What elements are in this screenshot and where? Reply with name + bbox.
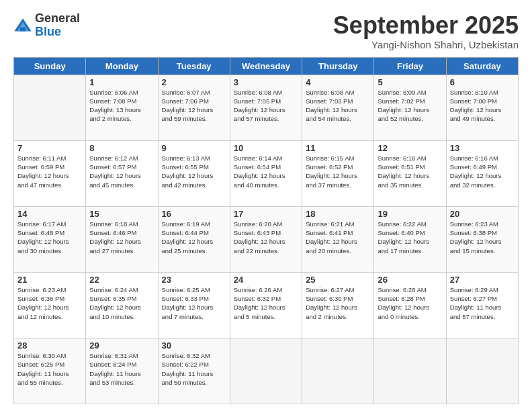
day-number: 27	[450, 275, 515, 285]
day-number: 18	[306, 209, 370, 219]
day-number: 8	[89, 143, 154, 153]
calendar-cell: 2Sunrise: 6:07 AM Sunset: 7:06 PM Daylig…	[158, 75, 230, 140]
calendar-cell: 9Sunrise: 6:13 AM Sunset: 6:55 PM Daylig…	[158, 140, 230, 206]
day-number: 1	[89, 77, 154, 87]
calendar-day-header: Tuesday	[158, 57, 230, 75]
day-number: 16	[162, 209, 226, 219]
day-info: Sunrise: 6:32 AM Sunset: 6:22 PM Dayligh…	[162, 351, 226, 387]
day-info: Sunrise: 6:30 AM Sunset: 6:25 PM Dayligh…	[17, 351, 82, 387]
day-info: Sunrise: 6:27 AM Sunset: 6:30 PM Dayligh…	[306, 285, 370, 321]
calendar-cell: 5Sunrise: 6:09 AM Sunset: 7:02 PM Daylig…	[374, 75, 446, 140]
day-number: 11	[306, 143, 370, 153]
calendar-week-row: 1Sunrise: 6:06 AM Sunset: 7:08 PM Daylig…	[14, 75, 519, 140]
calendar-cell: 1Sunrise: 6:06 AM Sunset: 7:08 PM Daylig…	[86, 75, 158, 140]
page: General Blue September 2025 Yangi-Nishon…	[0, 0, 532, 411]
day-number: 22	[89, 275, 154, 285]
day-number: 30	[162, 340, 226, 351]
svg-rect-2	[20, 28, 26, 32]
calendar-cell: 14Sunrise: 6:17 AM Sunset: 6:48 PM Dayli…	[14, 206, 86, 272]
day-number: 21	[17, 275, 82, 285]
calendar-day-header: Friday	[374, 57, 446, 75]
calendar-cell: 23Sunrise: 6:25 AM Sunset: 6:33 PM Dayli…	[158, 272, 230, 338]
calendar-table: SundayMondayTuesdayWednesdayThursdayFrid…	[13, 57, 519, 404]
calendar-cell: 22Sunrise: 6:24 AM Sunset: 6:35 PM Dayli…	[86, 272, 158, 338]
day-number: 24	[234, 275, 298, 285]
month-title: September 2025	[333, 12, 519, 39]
calendar-header-row: SundayMondayTuesdayWednesdayThursdayFrid…	[14, 57, 519, 75]
calendar-cell: 30Sunrise: 6:32 AM Sunset: 6:22 PM Dayli…	[158, 338, 230, 404]
calendar-week-row: 7Sunrise: 6:11 AM Sunset: 6:59 PM Daylig…	[14, 140, 519, 206]
calendar-cell: 26Sunrise: 6:28 AM Sunset: 6:28 PM Dayli…	[374, 272, 446, 338]
day-info: Sunrise: 6:28 AM Sunset: 6:28 PM Dayligh…	[378, 285, 442, 321]
calendar-cell: 10Sunrise: 6:14 AM Sunset: 6:54 PM Dayli…	[230, 140, 302, 206]
calendar-cell	[14, 75, 86, 140]
calendar-cell: 27Sunrise: 6:29 AM Sunset: 6:27 PM Dayli…	[446, 272, 518, 338]
day-info: Sunrise: 6:11 AM Sunset: 6:59 PM Dayligh…	[17, 154, 82, 189]
day-info: Sunrise: 6:23 AM Sunset: 6:38 PM Dayligh…	[450, 220, 515, 255]
day-number: 20	[450, 209, 515, 219]
day-info: Sunrise: 6:26 AM Sunset: 6:32 PM Dayligh…	[234, 285, 298, 321]
day-info: Sunrise: 6:15 AM Sunset: 6:52 PM Dayligh…	[306, 154, 370, 189]
calendar-day-header: Sunday	[14, 57, 86, 75]
calendar-cell: 6Sunrise: 6:10 AM Sunset: 7:00 PM Daylig…	[446, 75, 518, 140]
calendar-cell	[374, 338, 446, 404]
day-number: 17	[234, 209, 298, 219]
day-number: 25	[306, 275, 370, 285]
calendar-cell: 15Sunrise: 6:18 AM Sunset: 6:46 PM Dayli…	[86, 206, 158, 272]
day-number: 28	[17, 340, 82, 351]
day-number: 26	[378, 275, 442, 285]
calendar-cell: 19Sunrise: 6:22 AM Sunset: 6:40 PM Dayli…	[374, 206, 446, 272]
calendar-cell: 11Sunrise: 6:15 AM Sunset: 6:52 PM Dayli…	[302, 140, 374, 206]
calendar-cell: 7Sunrise: 6:11 AM Sunset: 6:59 PM Daylig…	[14, 140, 86, 206]
location: Yangi-Nishon Shahri, Uzbekistan	[333, 39, 519, 50]
calendar-cell: 29Sunrise: 6:31 AM Sunset: 6:24 PM Dayli…	[86, 338, 158, 404]
day-number: 2	[162, 77, 226, 87]
calendar-cell: 28Sunrise: 6:30 AM Sunset: 6:25 PM Dayli…	[14, 338, 86, 404]
header: General Blue September 2025 Yangi-Nishon…	[13, 12, 519, 50]
calendar-day-header: Saturday	[446, 57, 518, 75]
calendar-cell: 24Sunrise: 6:26 AM Sunset: 6:32 PM Dayli…	[230, 272, 302, 338]
day-info: Sunrise: 6:14 AM Sunset: 6:54 PM Dayligh…	[234, 154, 298, 189]
day-info: Sunrise: 6:13 AM Sunset: 6:55 PM Dayligh…	[162, 154, 226, 189]
logo-blue-text: Blue	[35, 26, 80, 39]
day-info: Sunrise: 6:31 AM Sunset: 6:24 PM Dayligh…	[89, 351, 154, 387]
calendar-cell: 8Sunrise: 6:12 AM Sunset: 6:57 PM Daylig…	[86, 140, 158, 206]
day-info: Sunrise: 6:24 AM Sunset: 6:35 PM Dayligh…	[89, 285, 154, 321]
day-info: Sunrise: 6:22 AM Sunset: 6:40 PM Dayligh…	[378, 220, 442, 255]
day-info: Sunrise: 6:07 AM Sunset: 7:06 PM Dayligh…	[162, 88, 226, 124]
day-info: Sunrise: 6:21 AM Sunset: 6:41 PM Dayligh…	[306, 220, 370, 255]
day-number: 12	[378, 143, 442, 153]
calendar-cell: 21Sunrise: 6:23 AM Sunset: 6:36 PM Dayli…	[14, 272, 86, 338]
calendar-cell	[230, 338, 302, 404]
calendar-day-header: Thursday	[302, 57, 374, 75]
calendar-cell: 18Sunrise: 6:21 AM Sunset: 6:41 PM Dayli…	[302, 206, 374, 272]
logo-icon	[13, 16, 32, 35]
logo-text: General Blue	[35, 12, 80, 39]
calendar-cell: 17Sunrise: 6:20 AM Sunset: 6:43 PM Dayli…	[230, 206, 302, 272]
day-info: Sunrise: 6:08 AM Sunset: 7:05 PM Dayligh…	[234, 88, 298, 124]
day-number: 23	[162, 275, 226, 285]
day-number: 7	[17, 143, 82, 153]
day-info: Sunrise: 6:10 AM Sunset: 7:00 PM Dayligh…	[450, 88, 515, 124]
day-info: Sunrise: 6:09 AM Sunset: 7:02 PM Dayligh…	[378, 88, 442, 124]
day-info: Sunrise: 6:08 AM Sunset: 7:03 PM Dayligh…	[306, 88, 370, 124]
calendar-cell	[446, 338, 518, 404]
calendar-cell: 3Sunrise: 6:08 AM Sunset: 7:05 PM Daylig…	[230, 75, 302, 140]
calendar-cell: 13Sunrise: 6:16 AM Sunset: 6:49 PM Dayli…	[446, 140, 518, 206]
day-info: Sunrise: 6:23 AM Sunset: 6:36 PM Dayligh…	[17, 285, 82, 321]
day-number: 13	[450, 143, 515, 153]
calendar-cell: 20Sunrise: 6:23 AM Sunset: 6:38 PM Dayli…	[446, 206, 518, 272]
day-number: 3	[234, 77, 298, 87]
day-info: Sunrise: 6:06 AM Sunset: 7:08 PM Dayligh…	[89, 88, 154, 124]
calendar-cell: 25Sunrise: 6:27 AM Sunset: 6:30 PM Dayli…	[302, 272, 374, 338]
day-info: Sunrise: 6:12 AM Sunset: 6:57 PM Dayligh…	[89, 154, 154, 189]
day-number: 29	[89, 340, 154, 351]
day-number: 4	[306, 77, 370, 87]
calendar-week-row: 21Sunrise: 6:23 AM Sunset: 6:36 PM Dayli…	[14, 272, 519, 338]
day-info: Sunrise: 6:18 AM Sunset: 6:46 PM Dayligh…	[89, 220, 154, 255]
day-number: 10	[234, 143, 298, 153]
day-info: Sunrise: 6:25 AM Sunset: 6:33 PM Dayligh…	[162, 285, 226, 321]
calendar-cell: 4Sunrise: 6:08 AM Sunset: 7:03 PM Daylig…	[302, 75, 374, 140]
calendar-day-header: Wednesday	[230, 57, 302, 75]
day-info: Sunrise: 6:19 AM Sunset: 6:44 PM Dayligh…	[162, 220, 226, 255]
